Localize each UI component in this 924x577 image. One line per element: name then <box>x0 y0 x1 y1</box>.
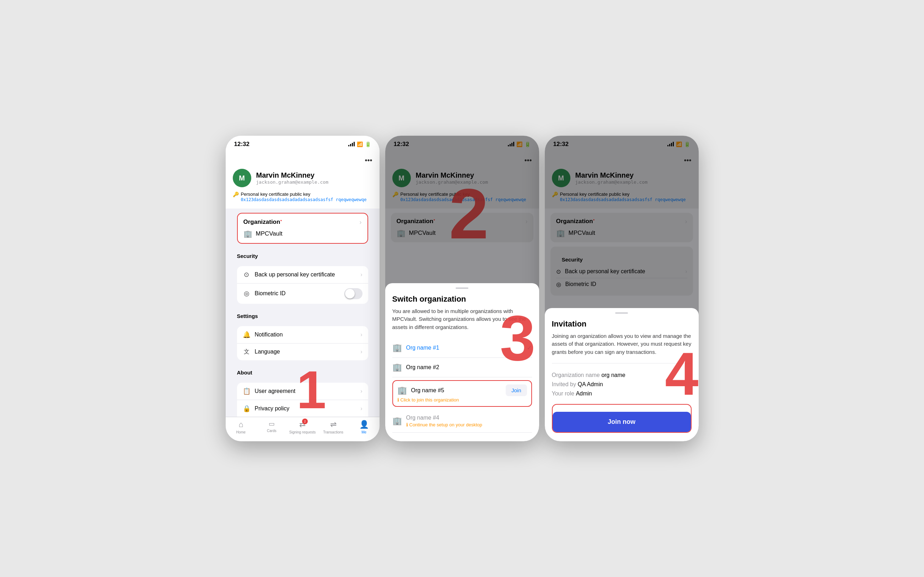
user-agreement-item[interactable]: 📋 User agreement › <box>237 383 368 400</box>
role-name: Admin <box>576 390 592 396</box>
key-label-1: Personal key certificate public key <box>241 192 367 197</box>
time-1: 12:32 <box>234 141 250 148</box>
org-join-highlighted[interactable]: 🏢 Org name #5 Join ℹ Click to join this … <box>392 380 532 407</box>
tab-bar-1: ⌂ Home ▭ Cards ⇄ 2 Signing requests ⇌ Tr… <box>226 417 379 441</box>
user-agreement-label: User agreement <box>255 388 296 394</box>
tab-signing[interactable]: ⇄ 2 Signing requests <box>287 420 318 434</box>
org1-icon: 🏢 <box>392 343 402 353</box>
notification-icon: 🔔 <box>243 331 250 338</box>
menu-dots-1[interactable]: ••• <box>233 156 373 164</box>
home-label: Home <box>236 430 245 434</box>
settings-menu-1: 🔔 Notification › 文 Language › <box>237 326 368 360</box>
org-list-item-2[interactable]: 🏢 Org name #2 <box>392 358 532 377</box>
biometric-item[interactable]: ◎ Biometric ID <box>237 283 368 304</box>
org2-icon: 🏢 <box>392 363 402 372</box>
backup-key-item[interactable]: ⊙ Back up personal key certificate › <box>237 266 368 283</box>
user-agreement-icon: 📋 <box>243 387 250 395</box>
org5-row: 🏢 Org name #5 Join <box>397 384 527 396</box>
privacy-policy-item[interactable]: 🔒 Privacy policy › <box>237 400 368 417</box>
org-section-1[interactable]: Organization● › 🏢 MPCVault <box>237 213 368 244</box>
tab-transactions[interactable]: ⇌ Transactions <box>318 420 348 434</box>
security-title-1: Security <box>231 248 374 262</box>
org-chevron-1: › <box>360 219 362 226</box>
privacy-icon: 🔒 <box>243 405 250 413</box>
signal-icon <box>348 142 355 147</box>
invitation-title: Invitation <box>552 319 692 329</box>
biometric-toggle[interactable] <box>344 288 363 299</box>
signing-badge: 2 <box>302 419 308 424</box>
org-name-detail-label: Organization name <box>552 372 600 378</box>
org-list-item-4: 🏢 Org name #4 ℹ Continue the setup on yo… <box>392 409 532 433</box>
switch-org-desc: You are allowed to be in multiple organi… <box>392 307 532 332</box>
signing-label: Signing requests <box>289 430 316 434</box>
org1-name: Org name #1 <box>406 345 439 351</box>
settings-wrapper-1: Settings 🔔 Notification › 文 Language › <box>231 308 374 360</box>
transactions-icon: ⇌ <box>330 420 337 429</box>
profile-email-1: jackson.graham@example.com <box>256 179 329 185</box>
org-label-1: Organization● <box>243 219 282 226</box>
notification-item[interactable]: 🔔 Notification › <box>237 326 368 343</box>
security-menu-1: ⊙ Back up personal key certificate › ◎ B… <box>237 266 368 304</box>
battery-icon: 🔋 <box>365 142 371 147</box>
org4-name: Org name #4 <box>406 415 482 421</box>
me-label: Me <box>361 430 366 434</box>
security-wrapper-1: Security ⊙ Back up personal key certific… <box>231 248 374 304</box>
org2-name: Org name #2 <box>406 364 439 371</box>
privacy-label: Privacy policy <box>255 405 290 412</box>
language-item[interactable]: 文 Language › <box>237 343 368 360</box>
join-org5-button[interactable]: Join <box>506 384 527 396</box>
join-now-wrapper: Join now <box>552 404 692 433</box>
biometric-label: Biometric ID <box>255 290 286 297</box>
org5-name: Org name #5 <box>411 387 444 394</box>
profile-section-1: ••• M Marvin McKinney jackson.graham@exa… <box>226 151 379 209</box>
invited-by-name: QA Admin <box>577 381 603 387</box>
org-list-item-1[interactable]: 🏢 Org name #1 ✓ <box>392 338 532 358</box>
settings-title-1: Settings <box>231 308 374 322</box>
org-wrapper-1: Organization● › 🏢 MPCVault <box>231 213 374 244</box>
screen-2: 12:32 📶 🔋 ••• M Marvin McKinney jackson. <box>385 136 539 441</box>
role-detail: Your role Admin <box>552 390 692 397</box>
me-icon: 👤 <box>359 420 369 429</box>
org4-warning-text: Continue the setup on your desktop <box>410 422 482 427</box>
switch-org-title: Switch organization <box>392 295 532 304</box>
status-icons-1: 📶 🔋 <box>348 142 371 147</box>
org-name-text-1: MPCVault <box>256 230 282 237</box>
cards-label: Cards <box>267 429 276 433</box>
profile-name-1: Marvin McKinney <box>256 171 329 179</box>
backup-chevron: › <box>360 271 362 278</box>
profile-info-1: Marvin McKinney jackson.graham@example.c… <box>256 171 329 185</box>
status-bar-1: 12:32 📶 🔋 <box>226 136 379 151</box>
org5-warning: ℹ Click to join this organization <box>397 397 527 403</box>
tab-me[interactable]: 👤 Me <box>348 420 379 434</box>
signing-icon: ⇄ 2 <box>299 420 306 429</box>
invited-by-detail: Invited by QA Admin <box>552 381 692 388</box>
key-value-1: 0x123dasdasdasdsadsadadadsasadsasfsf rqe… <box>241 197 367 203</box>
profile-row-1: M Marvin McKinney jackson.graham@example… <box>233 169 373 187</box>
screens-container: 12:32 📶 🔋 ••• M Marvin McKinney jackson. <box>223 136 701 441</box>
org-name-row-1: 🏢 MPCVault <box>243 229 362 238</box>
key-section-1: 🔑 Personal key certificate public key 0x… <box>233 192 373 203</box>
org4-icon: 🏢 <box>392 416 402 425</box>
backup-key-icon: ⊙ <box>243 271 250 279</box>
org1-check: ✓ <box>527 344 532 352</box>
org5-warning-text: Click to join this organization <box>400 397 459 403</box>
notification-chevron: › <box>360 332 362 338</box>
sheet-handle-3 <box>615 312 628 314</box>
biometric-icon: ◎ <box>243 290 250 297</box>
screen-3: 12:32 📶 🔋 ••• M Marvin McKinney jackson. <box>545 136 699 441</box>
privacy-chevron: › <box>360 405 362 412</box>
sheet-handle-2 <box>456 287 468 289</box>
language-icon: 文 <box>243 348 250 356</box>
notification-label: Notification <box>255 332 283 338</box>
wifi-icon: 📶 <box>357 142 363 147</box>
org-header-1: Organization● › <box>243 219 362 226</box>
about-title-1: About <box>231 364 374 379</box>
role-label: Your role <box>552 390 574 396</box>
join-now-button[interactable]: Join now <box>553 412 691 432</box>
warning-icon-4: ℹ <box>406 422 408 427</box>
org-name-detail: Organization name org name <box>552 372 692 379</box>
language-chevron: › <box>360 348 362 355</box>
invitation-desc: Joining an organization allows you to vi… <box>552 332 692 356</box>
tab-cards[interactable]: ▭ Cards <box>256 420 287 434</box>
tab-home[interactable]: ⌂ Home <box>226 420 256 434</box>
